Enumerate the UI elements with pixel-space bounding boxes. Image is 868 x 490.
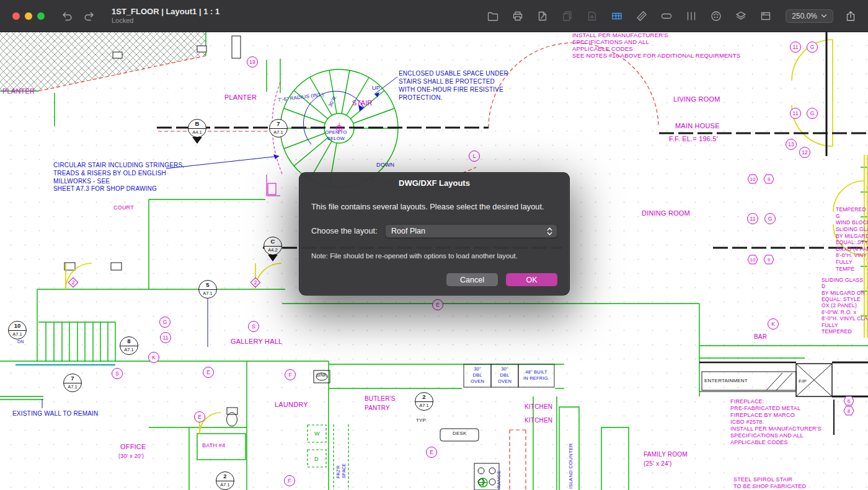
layout-grid-icon[interactable] [609,9,624,24]
layers-icon[interactable] [733,9,748,24]
dimension-capsule-icon[interactable] [659,9,674,24]
cancel-button[interactable]: Cancel [446,273,498,286]
undo-button[interactable] [60,9,74,24]
title-block: 1ST_FLOOR | Layout1 | 1 : 1 Locked [112,7,219,25]
dialog-note: Note: File should be re-opened with opti… [311,252,518,260]
toolbar [485,9,773,24]
chevron-down-icon [821,12,827,20]
window-subtitle: Locked [112,17,219,25]
ok-button[interactable]: OK [506,273,557,286]
dialog-title: DWG/DXF Layouts [299,173,569,188]
export-document-icon[interactable] [535,9,550,24]
layout-select[interactable]: Roof Plan [385,224,557,238]
zoom-control[interactable]: 250.0% [786,9,833,23]
window-title: 1ST_FLOOR | Layout1 | 1 : 1 [112,7,219,17]
color-palette-icon[interactable] [709,9,724,24]
app-window: PLANTERPLANTERSTAIRCOURTGALLERY HALLLAUN… [0,0,868,490]
page-copy-icon[interactable] [560,9,575,24]
dialog-buttons: Cancel OK [446,273,557,286]
nav-arrows [60,9,97,24]
columns-icon[interactable] [684,9,699,24]
fullscreen-button[interactable] [37,12,45,20]
page-add-icon[interactable] [585,9,600,24]
choose-layout-label: Choose the layout: [311,226,378,235]
close-button[interactable] [12,12,20,20]
minimize-button[interactable] [25,12,32,20]
redo-button[interactable] [82,9,97,24]
titlebar: 1ST_FLOOR | Layout1 | 1 : 1 Locked 250.0… [0,0,868,32]
measure-icon[interactable] [634,9,649,24]
window-controls [12,12,45,20]
layout-select-value: Roof Plan [391,227,425,235]
share-button[interactable] [843,9,858,24]
folder-icon[interactable] [485,9,500,24]
zoom-value: 250.0% [792,12,817,20]
dialog-message: This file contains several layouts. Plea… [311,202,544,211]
popup-chevrons-icon [544,227,554,235]
print-icon[interactable] [510,9,525,24]
inspector-panel-icon[interactable] [758,9,773,24]
dwg-dxf-layouts-dialog: DWG/DXF Layouts This file contains sever… [299,172,570,295]
